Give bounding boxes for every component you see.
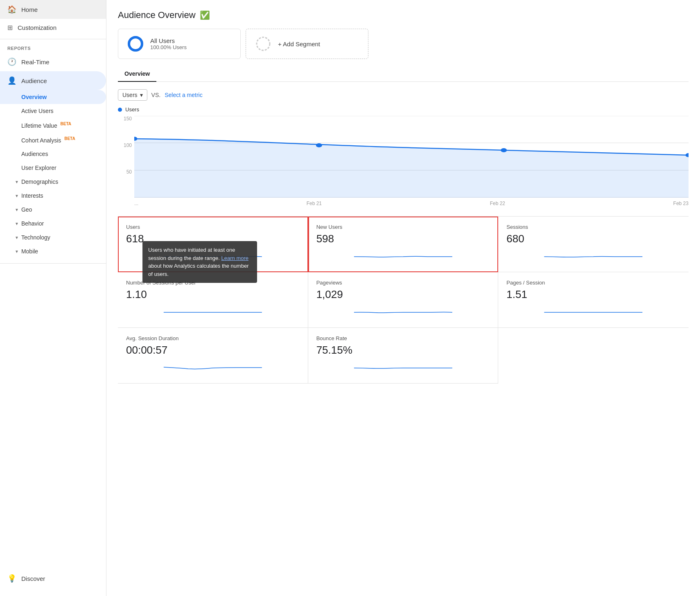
metric-value-new-users: 598 — [316, 233, 490, 245]
home-icon: 🏠 — [7, 5, 16, 14]
metric-card-bounce-rate[interactable]: Bounce Rate 75.15% — [308, 328, 499, 384]
sidebar: 🏠 Home ⊞ Customization REPORTS 🕐 Real-Ti… — [0, 0, 106, 596]
mini-chart-sessions — [506, 248, 680, 265]
audience-icon: 👤 — [7, 76, 16, 85]
chevron-down-icon-5: ▼ — [15, 235, 19, 240]
metric-card-new-users[interactable]: New Users 598 — [308, 217, 499, 272]
sidebar-item-mobile[interactable]: ▼ Mobile — [0, 244, 106, 258]
tab-overview[interactable]: Overview — [118, 66, 156, 82]
sidebar-item-discover[interactable]: 💡 Discover — [0, 569, 106, 588]
all-users-pct: 100.00% Users — [150, 44, 187, 50]
chevron-down-icon: ▼ — [15, 180, 19, 184]
sidebar-sub-label-lifetime-value: Lifetime Value — [21, 122, 57, 129]
sidebar-item-geo[interactable]: ▼ Geo — [0, 203, 106, 217]
metric-card-avg-session-duration[interactable]: Avg. Session Duration 00:00:57 — [118, 328, 308, 384]
lifetime-value-beta-badge: BETA — [61, 122, 71, 126]
metric-dropdown[interactable]: Users ▾ — [118, 89, 147, 101]
mini-chart-sessions-per-user — [126, 304, 300, 321]
sidebar-item-behavior[interactable]: ▼ Behavior — [0, 217, 106, 230]
all-users-segment-card[interactable]: All Users 100.00% Users — [118, 29, 241, 59]
sidebar-item-home[interactable]: 🏠 Home — [0, 0, 106, 19]
sidebar-sub-item-active-users[interactable]: Active Users — [0, 104, 106, 118]
sidebar-collapsible-label-geo: Geo — [21, 206, 32, 213]
all-users-label: All Users — [150, 37, 187, 44]
realtime-icon: 🕐 — [7, 57, 16, 66]
all-users-info: All Users 100.00% Users — [150, 37, 187, 50]
mini-chart-pageviews — [316, 304, 490, 321]
sidebar-item-audience[interactable]: 👤 Audience — [0, 71, 106, 90]
page-header: Audience Overview ✅ — [118, 10, 689, 20]
svg-point-1 — [129, 37, 142, 50]
sidebar-sub-label-overview: Overview — [21, 94, 47, 100]
tab-bar: Overview — [118, 66, 689, 82]
verified-icon: ✅ — [200, 10, 210, 20]
sidebar-item-customization-label: Customization — [18, 24, 56, 31]
sidebar-sub-label-active-users: Active Users — [21, 108, 54, 114]
chevron-down-icon-4: ▼ — [15, 221, 19, 226]
chevron-down-icon-2: ▼ — [15, 194, 19, 198]
svg-point-9 — [501, 148, 507, 152]
sidebar-sub-item-cohort-analysis[interactable]: Cohort Analysis BETA — [0, 133, 106, 147]
sidebar-item-home-label: Home — [21, 6, 38, 13]
metric-value-avg-session-duration: 00:00:57 — [126, 344, 300, 357]
sidebar-sub-item-overview[interactable]: Overview — [0, 90, 106, 104]
sidebar-collapsible-label-behavior: Behavior — [21, 220, 44, 227]
sidebar-item-customization[interactable]: ⊞ Customization — [0, 19, 106, 36]
metric-card-pages-session[interactable]: Pages / Session 1.51 — [498, 272, 689, 328]
metric-label-bounce-rate: Bounce Rate — [316, 335, 490, 341]
sidebar-item-realtime[interactable]: 🕐 Real-Time — [0, 52, 106, 71]
y-label-150: 150 — [124, 116, 132, 122]
mini-chart-avg-session-duration — [126, 360, 300, 376]
metric-label-avg-session-duration: Avg. Session Duration — [126, 335, 300, 341]
select-metric-link[interactable]: Select a metric — [165, 92, 203, 98]
chart-legend: Users — [118, 106, 689, 113]
sidebar-item-realtime-label: Real-Time — [21, 59, 50, 65]
metric-card-pageviews[interactable]: Pageviews 1,029 — [308, 272, 499, 328]
metric-dropdown-label: Users — [122, 92, 138, 98]
chart-area: 150 100 50 — [118, 116, 689, 208]
legend-dot — [118, 108, 122, 112]
metric-label-new-users: New Users — [316, 224, 490, 230]
mini-chart-new-users — [316, 248, 490, 265]
discover-icon: 💡 — [7, 574, 16, 583]
sidebar-collapsible-label-technology: Technology — [21, 234, 50, 241]
metric-card-users[interactable]: Users 618 Users who have initiated at le… — [118, 217, 308, 272]
page-title: Audience Overview — [118, 10, 196, 20]
reports-section-label: REPORTS — [0, 42, 106, 52]
sidebar-discover-label: Discover — [21, 575, 45, 582]
metric-label-users: Users — [126, 224, 300, 230]
add-segment-circle-icon — [254, 35, 272, 53]
donut-chart-icon — [126, 35, 145, 53]
line-chart-svg — [134, 116, 689, 198]
chevron-down-icon-3: ▼ — [15, 208, 19, 212]
sidebar-item-interests[interactable]: ▼ Interests — [0, 189, 106, 203]
chart-svg-area: ... Feb 21 Feb 22 Feb 23 — [134, 116, 689, 208]
sidebar-collapsible-label-demographics: Demographics — [21, 178, 58, 185]
svg-point-2 — [257, 37, 270, 50]
sidebar-sub-label-cohort-analysis: Cohort Analysis — [21, 137, 61, 143]
sidebar-sub-item-user-explorer[interactable]: User Explorer — [0, 161, 106, 175]
main-content: Audience Overview ✅ All Users 100.00% Us… — [106, 0, 700, 596]
mini-chart-bounce-rate — [316, 360, 490, 376]
sidebar-collapsible-label-interests: Interests — [21, 192, 43, 199]
metric-value-pageviews: 1,029 — [316, 288, 490, 301]
metric-label-pageviews: Pageviews — [316, 280, 490, 286]
metric-card-sessions[interactable]: Sessions 680 — [498, 217, 689, 272]
sidebar-sub-item-lifetime-value[interactable]: Lifetime Value BETA — [0, 118, 106, 133]
metrics-grid: Users 618 Users who have initiated at le… — [118, 216, 689, 384]
sidebar-item-technology[interactable]: ▼ Technology — [0, 230, 106, 244]
add-segment-card[interactable]: + Add Segment — [246, 29, 368, 59]
sidebar-collapsible-label-mobile: Mobile — [21, 248, 38, 255]
sidebar-item-demographics[interactable]: ▼ Demographics — [0, 175, 106, 189]
metric-value-sessions-per-user: 1.10 — [126, 288, 300, 301]
metric-label-pages-session: Pages / Session — [506, 280, 680, 286]
metric-value-bounce-rate: 75.15% — [316, 344, 490, 357]
cohort-analysis-beta-badge: BETA — [64, 136, 75, 141]
add-segment-label: + Add Segment — [278, 41, 320, 47]
metric-value-sessions: 680 — [506, 233, 680, 245]
sidebar-sub-item-audiences[interactable]: Audiences — [0, 147, 106, 161]
dropdown-arrow-icon: ▾ — [140, 92, 143, 98]
mini-chart-pages-session — [506, 304, 680, 321]
x-label-feb23: Feb 23 — [673, 201, 689, 206]
tooltip-learn-more-link[interactable]: Learn more — [221, 255, 248, 261]
